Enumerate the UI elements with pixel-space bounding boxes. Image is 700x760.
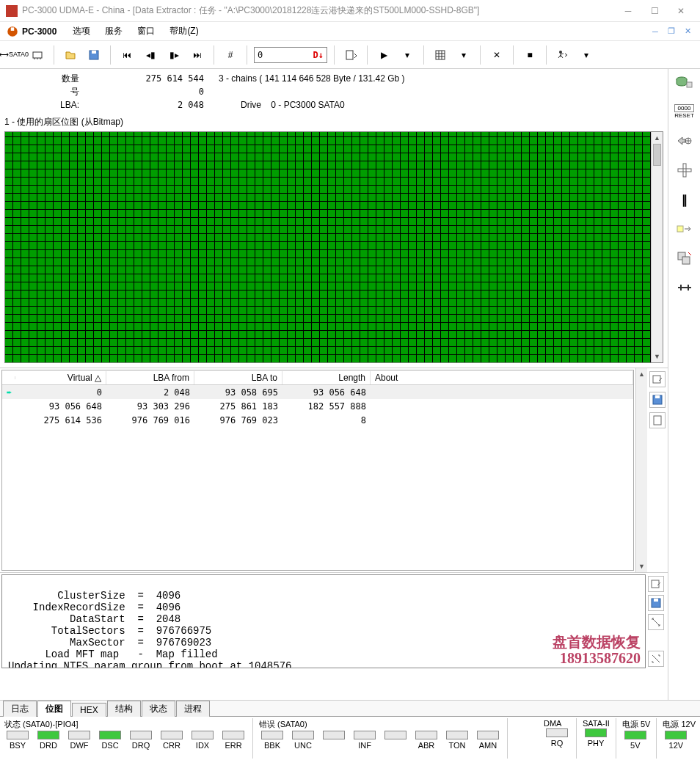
tab-HEX[interactable]: HEX — [72, 703, 106, 717]
table-tool-1[interactable] — [649, 371, 666, 387]
next-button[interactable]: ▮▸ — [164, 45, 183, 65]
side-mode-button[interactable] — [674, 220, 695, 238]
lba-value: 2 048 — [87, 98, 211, 112]
menu-options[interactable]: 选项 — [67, 23, 96, 39]
side-toolbar: 0000RESET ∥ — [668, 69, 700, 700]
log-tool-2[interactable] — [648, 595, 664, 611]
side-copy-button[interactable] — [674, 249, 695, 267]
close-button[interactable]: ✕ — [668, 0, 694, 22]
svg-point-7 — [559, 51, 562, 54]
first-button[interactable]: ⏮ — [117, 45, 136, 65]
led-BSY: BSY — [3, 731, 32, 750]
export-button[interactable] — [341, 45, 360, 65]
col-about[interactable]: About — [371, 371, 633, 384]
side-disk-button[interactable] — [674, 73, 695, 91]
last-button[interactable]: ⏭ — [188, 45, 207, 65]
menu-help[interactable]: 帮助(Z) — [164, 23, 204, 39]
side-reset-button[interactable]: 0000RESET — [674, 103, 695, 120]
bitmap-scroll-up[interactable]: ▲ — [652, 132, 663, 144]
mdi-close-button[interactable]: ✕ — [681, 25, 694, 38]
qty-extra: 3 - chains ( 141 114 646 528 Byte / 131.… — [211, 72, 405, 85]
bitmap-scroll-down[interactable]: ▼ — [652, 351, 663, 362]
table-header: Virtual △ LBA from LBA to Length About — [2, 370, 633, 385]
row-icon — [2, 405, 15, 408]
sata-port-button[interactable]: ⟷SATA0 — [4, 45, 23, 65]
bitmap-view[interactable]: ▲ ▼ — [4, 131, 663, 363]
status-group: 电源 5V5V — [621, 718, 652, 759]
matrix-dropdown[interactable]: ▾ — [454, 45, 473, 65]
tab-状态[interactable]: 状态 — [142, 701, 175, 717]
save-button[interactable] — [84, 45, 103, 65]
led-DRQ: DRQ — [126, 731, 156, 750]
led-UNC: UNC — [288, 731, 318, 750]
led-ERR: ERR — [219, 731, 248, 750]
status-group: SATA-IIPHY — [581, 718, 611, 759]
exit-dropdown[interactable]: ▾ — [577, 45, 596, 65]
matrix-button[interactable] — [431, 45, 450, 65]
svg-rect-19 — [683, 164, 686, 177]
toolbar: ⟷SATA0 ⏮ ◂▮ ▮▸ ⏭ # 0D↓ ▶ ▾ ▾ ✕ ■ ▾ — [0, 41, 700, 69]
table-tool-2[interactable] — [649, 392, 666, 408]
col-lba-from[interactable]: LBA from — [106, 371, 194, 384]
menu-services[interactable]: 服务 — [99, 23, 128, 39]
table-scrollbar[interactable]: ▲ ▼ — [635, 368, 647, 572]
svg-rect-22 — [682, 257, 690, 264]
tab-位图[interactable]: 位图 — [37, 701, 71, 717]
tab-结构[interactable]: 结构 — [107, 701, 141, 717]
tab-进程[interactable]: 进程 — [176, 701, 210, 717]
bitmap-scrollbar[interactable]: ▲ ▼ — [651, 132, 663, 362]
play-button[interactable]: ▶ — [374, 45, 393, 65]
svg-rect-20 — [677, 226, 683, 232]
tab-日志[interactable]: 日志 — [3, 701, 37, 717]
brand-label: PC-3000 — [22, 26, 56, 37]
col-virtual[interactable]: Virtual △ — [15, 371, 106, 384]
menu-window[interactable]: 窗口 — [131, 23, 161, 39]
status-group: 错误 (SATA0)BBKUNCINFABRTONAMN — [258, 718, 503, 759]
table-scroll-down[interactable]: ▼ — [636, 560, 647, 572]
svg-rect-1 — [11, 27, 15, 31]
stop-button[interactable]: ■ — [520, 45, 539, 65]
bitmap-scroll-thumb[interactable] — [653, 144, 661, 166]
log-tool-1[interactable] — [648, 576, 664, 592]
svg-rect-11 — [654, 416, 661, 425]
address-input[interactable]: 0D↓ — [254, 47, 327, 63]
down-badge-icon: D↓ — [313, 50, 324, 60]
led-TON: TON — [442, 731, 472, 750]
status-group-title: 状态 (SATA0)-[PIO4] — [3, 718, 248, 731]
led-5V: 5V — [621, 731, 650, 750]
table-scroll-up[interactable]: ▲ — [636, 368, 647, 380]
mdi-restore-button[interactable]: ❐ — [665, 25, 678, 38]
table-body: ➨ 02 048 93 058 69593 056 648 93 056 648… — [2, 385, 633, 570]
log-tool-3[interactable] — [648, 614, 664, 630]
svg-rect-4 — [92, 51, 96, 54]
led-AMN: AMN — [473, 731, 503, 750]
bitmap-header: 1 - 使用的扇区位图 (从Bitmap) — [0, 114, 668, 130]
led-ABR: ABR — [412, 731, 441, 750]
maximize-button[interactable]: ☐ — [641, 0, 668, 22]
num-label: 号 — [6, 85, 87, 98]
exit-button[interactable] — [553, 45, 572, 65]
connector-button[interactable] — [28, 45, 47, 65]
grid-toggle-button[interactable]: # — [221, 45, 240, 65]
row-icon — [2, 419, 15, 422]
col-length[interactable]: Length — [282, 371, 371, 384]
side-adjust-button[interactable] — [674, 279, 695, 296]
table-row[interactable]: ➨ 02 048 93 058 69593 056 648 — [2, 385, 633, 399]
table-tool-3[interactable] — [649, 412, 666, 428]
svg-rect-6 — [436, 51, 445, 59]
col-lba-to[interactable]: LBA to — [194, 371, 282, 384]
side-settings-button[interactable] — [674, 161, 695, 179]
side-seek-button[interactable] — [674, 132, 695, 150]
log-tool-4[interactable] — [648, 651, 664, 667]
minimize-button[interactable]: ─ — [615, 0, 641, 22]
mdi-minimize-button[interactable]: ─ — [649, 25, 662, 38]
side-pause-button[interactable]: ∥ — [674, 191, 695, 208]
log-output: ClusterSize = 4096 IndexRecordSize = 409… — [1, 574, 646, 668]
table-row[interactable]: 93 056 64893 303 296 275 861 183182 557 … — [2, 399, 633, 413]
svg-rect-12 — [652, 580, 659, 588]
prev-button[interactable]: ◂▮ — [141, 45, 160, 65]
open-button[interactable] — [61, 45, 80, 65]
tools-button[interactable]: ✕ — [487, 45, 506, 65]
play-dropdown[interactable]: ▾ — [398, 45, 417, 65]
table-row[interactable]: 275 614 536976 769 016 976 769 0238 — [2, 413, 633, 427]
